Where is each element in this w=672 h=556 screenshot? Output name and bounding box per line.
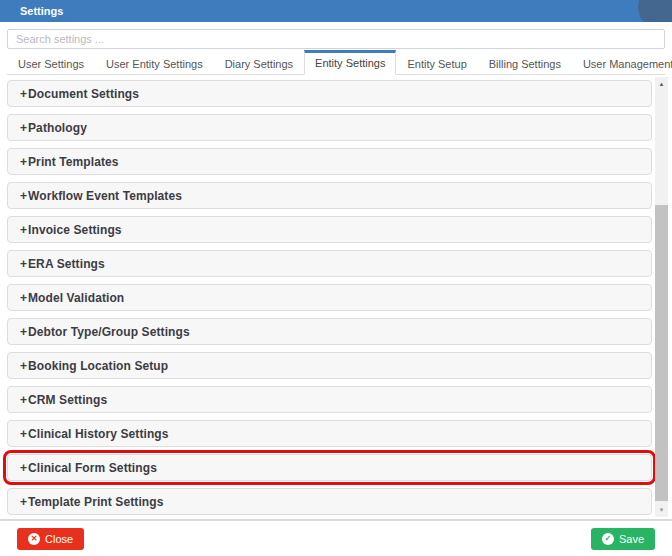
accordion-panel-label: Debtor Type/Group Settings — [28, 325, 190, 339]
close-circle-icon: ✕ — [28, 533, 40, 545]
save-button[interactable]: ✓ Save — [591, 528, 655, 550]
tab-diary-settings[interactable]: Diary Settings — [214, 51, 304, 75]
check-circle-icon: ✓ — [602, 533, 614, 545]
accordion-panel-clinical-history-settings[interactable]: +Clinical History Settings — [7, 420, 652, 447]
accordion-panel-pathology[interactable]: +Pathology — [7, 114, 652, 141]
accordion-panel-document-settings[interactable]: +Document Settings — [7, 80, 652, 107]
accordion-panel-booking-location-setup[interactable]: +Booking Location Setup — [7, 352, 652, 379]
expand-plus-icon: + — [20, 189, 27, 203]
accordion-panel-clinical-form-settings[interactable]: +Clinical Form Settings — [7, 454, 652, 481]
expand-plus-icon: + — [20, 121, 27, 135]
expand-plus-icon: + — [20, 257, 27, 271]
scroll-down-arrow-icon[interactable]: ▼ — [655, 503, 668, 517]
accordion-panel-template-print-settings[interactable]: +Template Print Settings — [7, 488, 652, 515]
accordion-panel-label: Clinical Form Settings — [28, 461, 157, 475]
accordion-panel-list: +Document Settings+Pathology+Print Templ… — [0, 80, 672, 515]
accordion-panel-label: Clinical History Settings — [28, 427, 169, 441]
modal-title: Settings — [20, 5, 63, 17]
modal-footer: ✕ Close ✓ Save — [0, 519, 672, 556]
search-row — [0, 22, 672, 52]
accordion-panel-model-validation[interactable]: +Model Validation — [7, 284, 652, 311]
expand-plus-icon: + — [20, 427, 27, 441]
tab-bar: User SettingsUser Entity SettingsDiary S… — [7, 52, 665, 75]
accordion-panel-label: Template Print Settings — [28, 495, 163, 509]
accordion-panel-label: Booking Location Setup — [28, 359, 168, 373]
modal-header: Settings — [0, 0, 672, 22]
tab-user-entity-settings[interactable]: User Entity Settings — [95, 51, 214, 75]
accordion-panel-label: Print Templates — [28, 155, 119, 169]
save-button-label: Save — [619, 533, 644, 545]
accordion-panel-crm-settings[interactable]: +CRM Settings — [7, 386, 652, 413]
accordion-panel-print-templates[interactable]: +Print Templates — [7, 148, 652, 175]
accordion-panel-label: Pathology — [28, 121, 87, 135]
tab-entity-settings[interactable]: Entity Settings — [304, 50, 396, 75]
tab-user-management[interactable]: User Management — [572, 51, 672, 75]
expand-plus-icon: + — [20, 495, 27, 509]
expand-plus-icon: + — [20, 223, 27, 237]
expand-plus-icon: + — [20, 291, 27, 305]
expand-plus-icon: + — [20, 325, 27, 339]
close-button-label: Close — [45, 533, 73, 545]
expand-plus-icon: + — [20, 155, 27, 169]
scrollbar[interactable]: ▲ ▼ — [655, 77, 668, 517]
tab-billing-settings[interactable]: Billing Settings — [478, 51, 572, 75]
accordion-panel-label: CRM Settings — [28, 393, 107, 407]
scroll-up-arrow-icon[interactable]: ▲ — [655, 77, 668, 91]
cursor-highlight-circle — [638, 0, 672, 22]
scrollbar-thumb[interactable] — [655, 205, 668, 501]
settings-accordion-area: +Document Settings+Pathology+Print Templ… — [0, 75, 672, 519]
accordion-panel-label: Invoice Settings — [28, 223, 122, 237]
accordion-panel-label: Document Settings — [28, 87, 139, 101]
tab-user-settings[interactable]: User Settings — [7, 51, 95, 75]
accordion-panel-workflow-event-templates[interactable]: +Workflow Event Templates — [7, 182, 652, 209]
accordion-panel-debtor-type-group-settings[interactable]: +Debtor Type/Group Settings — [7, 318, 652, 345]
tab-entity-setup[interactable]: Entity Setup — [396, 51, 477, 75]
accordion-panel-era-settings[interactable]: +ERA Settings — [7, 250, 652, 277]
accordion-panel-label: Workflow Event Templates — [28, 189, 182, 203]
expand-plus-icon: + — [20, 461, 27, 475]
search-input[interactable] — [7, 29, 665, 49]
accordion-panel-label: ERA Settings — [28, 257, 105, 271]
accordion-panel-invoice-settings[interactable]: +Invoice Settings — [7, 216, 652, 243]
accordion-panel-label: Model Validation — [28, 291, 124, 305]
close-button[interactable]: ✕ Close — [17, 528, 84, 550]
expand-plus-icon: + — [20, 359, 27, 373]
expand-plus-icon: + — [20, 87, 27, 101]
expand-plus-icon: + — [20, 393, 27, 407]
settings-modal: Settings User SettingsUser Entity Settin… — [0, 0, 672, 556]
